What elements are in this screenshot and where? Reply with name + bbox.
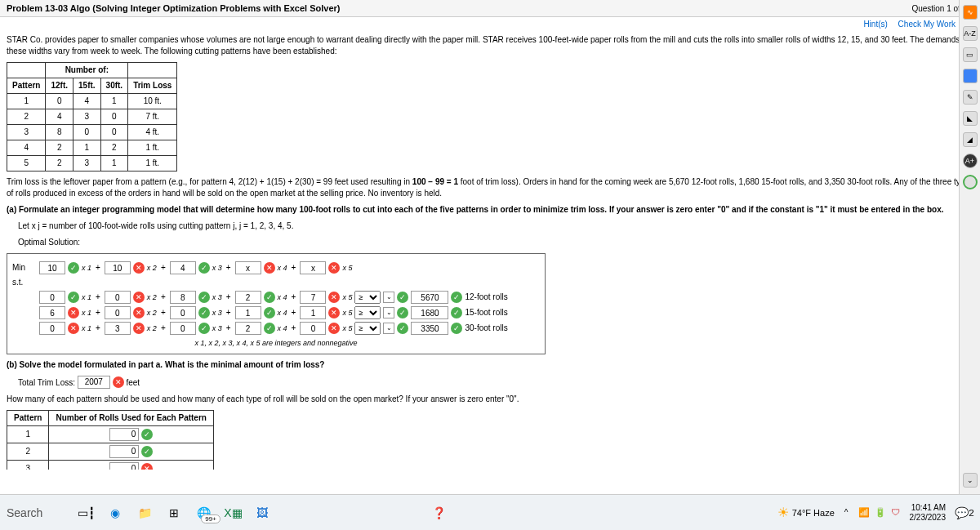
nonneg-constraint: x 1, x 2, x 3, x 4, x 5 are integers and… [12, 338, 540, 349]
check-icon: ✓ [198, 292, 210, 303]
cross-icon: ✕ [328, 292, 340, 303]
part-b-q2: How many of each pattern should be used … [7, 394, 973, 405]
check-icon: ✓ [141, 446, 153, 457]
check-icon: ✓ [198, 262, 210, 274]
coef-input[interactable] [235, 291, 261, 304]
coef-input[interactable] [170, 261, 196, 274]
help-icon[interactable]: ❓ [430, 504, 448, 522]
part-a-prompt: (a) Formulate an integer programming mod… [7, 204, 973, 216]
rhs-input[interactable] [411, 291, 448, 304]
cross-icon: ✕ [328, 323, 340, 334]
check-icon: ✓ [68, 292, 79, 303]
circle-icon[interactable] [963, 175, 978, 189]
coef-input[interactable] [170, 291, 196, 304]
rolls-input[interactable] [109, 445, 139, 458]
weather-widget[interactable]: ☀74°F Haze [777, 505, 835, 520]
coef-input[interactable] [235, 306, 261, 319]
check-icon: ✓ [198, 323, 210, 334]
feet-unit: feet [126, 377, 140, 386]
patterns-table: Number of: Pattern12ft.15ft.30ft.Trim Lo… [7, 62, 177, 171]
let-statement: Let x j = number of 100-foot-wide rolls … [18, 220, 973, 232]
cross-icon: ✕ [133, 262, 145, 274]
photos-icon[interactable]: 🖼 [253, 504, 271, 522]
excel-icon[interactable]: X▦ [224, 504, 242, 522]
cross-icon: ✕ [264, 262, 275, 274]
aplus-icon[interactable]: A+ [963, 154, 978, 168]
coef-input[interactable] [105, 261, 131, 274]
coef-input[interactable] [105, 306, 131, 319]
cross-icon: ✕ [113, 376, 124, 388]
calc-icon[interactable]: ▭ [963, 47, 978, 62]
task-view-icon[interactable]: ▭┇ [77, 504, 95, 522]
check-icon: ✓ [397, 307, 408, 318]
check-icon: ✓ [451, 323, 462, 334]
battery-icon[interactable]: 🔋 [875, 507, 886, 518]
part-b-prompt: (b) Solve the model formulated in part a… [7, 359, 973, 371]
rolls-input[interactable] [109, 462, 139, 470]
check-icon: ✓ [451, 292, 462, 303]
chevron-down-icon[interactable]: ⌄ [383, 292, 394, 303]
coef-input[interactable] [170, 306, 196, 319]
problem-title: Problem 13-03 Algo (Solving Integer Opti… [7, 3, 341, 13]
operator-select[interactable]: ≥ [354, 306, 381, 319]
coef-input[interactable] [300, 306, 326, 319]
check-icon: ✓ [397, 323, 408, 334]
cross-icon: ✕ [328, 262, 340, 274]
coef-input[interactable] [39, 306, 65, 319]
coef-input[interactable] [39, 322, 65, 335]
coef-input[interactable] [170, 322, 196, 335]
check-icon: ✓ [264, 307, 275, 318]
check-icon: ✓ [451, 307, 462, 318]
coef-input[interactable] [300, 291, 326, 304]
chrome-icon[interactable]: 🌐99+ [194, 504, 212, 522]
clock[interactable]: 10:41 AM 2/23/2023 [910, 503, 947, 523]
cross-icon: ✕ [68, 307, 79, 318]
security-icon[interactable]: 🛡 [891, 507, 900, 518]
chevron-down-icon[interactable]: ⌄ [383, 307, 394, 318]
triangle-icon[interactable]: ◢ [963, 132, 978, 147]
chevron-down-icon[interactable]: ⌄ [963, 473, 978, 488]
rss-icon[interactable]: ∿ [963, 5, 978, 20]
coef-input[interactable] [300, 322, 326, 335]
book-icon[interactable] [963, 69, 978, 83]
operator-select[interactable]: ≥ [354, 291, 381, 304]
wifi-icon[interactable]: 📶 [858, 507, 870, 518]
check-icon: ✓ [397, 292, 408, 303]
coef-input[interactable] [300, 261, 326, 274]
check-icon: ✓ [198, 307, 210, 318]
total-trim-input[interactable] [78, 376, 110, 389]
coef-input[interactable] [235, 322, 261, 335]
coef-input[interactable] [105, 322, 131, 335]
rhs-input[interactable] [411, 306, 448, 319]
check-icon: ✓ [264, 323, 275, 334]
shape-icon[interactable]: ◣ [963, 111, 978, 126]
trim-loss-explanation: Trim loss is the leftover paper from a p… [7, 176, 973, 199]
check-my-work-link[interactable]: Check My Work [898, 20, 956, 29]
windows-taskbar: Search ▭┇ ◉ 📁 ⊞ 🌐99+ X▦ 🖼 ❓ ☀74°F Haze ^… [0, 494, 980, 530]
hints-link[interactable]: Hint(s) [863, 20, 887, 29]
rhs-input[interactable] [411, 322, 448, 335]
total-trim-label: Total Trim Loss: [18, 377, 75, 386]
cross-icon: ✕ [133, 323, 145, 334]
coef-input[interactable] [235, 261, 261, 274]
check-icon: ✓ [264, 292, 275, 303]
check-icon: ✓ [141, 429, 153, 440]
edge-icon[interactable]: ◉ [106, 504, 124, 522]
notifications-icon[interactable]: 💬2 [956, 504, 973, 522]
right-toolbar: ∿ A-Z ▭ ✎ ◣ ◢ A+ ⌄ [959, 0, 980, 494]
intro-text: STAR Co. provides paper to smaller compa… [7, 34, 973, 57]
tray-chevron-icon[interactable]: ^ [844, 508, 849, 517]
store-icon[interactable]: ⊞ [165, 504, 183, 522]
coef-input[interactable] [105, 291, 131, 304]
taskbar-search[interactable]: Search [7, 506, 42, 519]
lp-formulation-box: Min✓x 1+✕x 2+✓x 3+✕x 4+✕x 5 s.t. ✓x 1+✕x… [7, 253, 546, 354]
optimal-solution-label: Optimal Solution: [18, 237, 973, 248]
az-icon[interactable]: A-Z [963, 26, 978, 41]
coef-input[interactable] [39, 261, 65, 274]
chevron-down-icon[interactable]: ⌄ [383, 323, 394, 334]
explorer-icon[interactable]: 📁 [136, 504, 154, 522]
operator-select[interactable]: ≥ [354, 322, 381, 335]
highlight-icon[interactable]: ✎ [963, 90, 978, 105]
coef-input[interactable] [39, 291, 65, 304]
rolls-input[interactable] [109, 428, 139, 441]
